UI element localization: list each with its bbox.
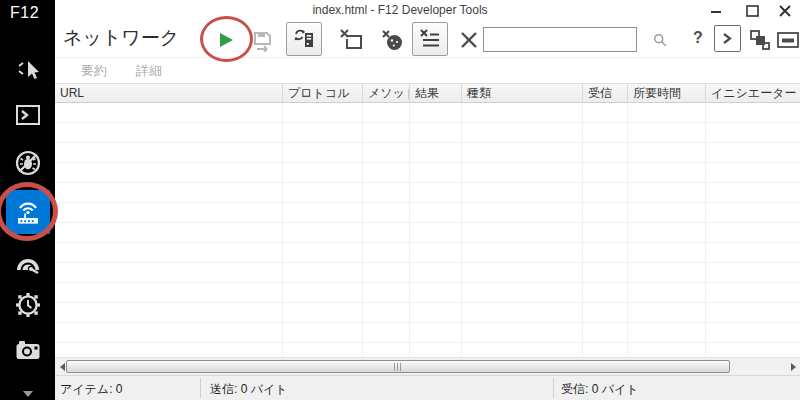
help-button[interactable]: ? (689, 25, 707, 51)
scrollbar-grip-icon (394, 363, 402, 371)
refresh-server-icon (293, 28, 315, 50)
sidebar-item-performance[interactable] (0, 243, 55, 287)
scrollbar-thumb[interactable] (66, 360, 730, 373)
gear-clock-icon (14, 291, 42, 319)
export-har-button[interactable] (250, 28, 276, 54)
close-icon (779, 5, 791, 17)
title-bar: index.html - F12 Developer Tools (55, 0, 800, 20)
save-icon (252, 30, 274, 52)
maximize-icon (746, 5, 759, 17)
close-button[interactable] (772, 3, 798, 19)
status-received: 受信: 0 バイト (561, 381, 639, 398)
sidebar: F12 (0, 0, 55, 400)
status-bar: アイテム: 0 送信: 0 バイト 受信: 0 バイト (55, 375, 800, 400)
sidebar-item-console[interactable] (0, 93, 55, 137)
panel-title: ネットワーク (63, 25, 179, 51)
minimize-icon (711, 6, 722, 17)
tab-summary[interactable]: 要約 (75, 61, 113, 81)
column-header[interactable]: 種類 (462, 84, 583, 102)
minimize-button[interactable] (703, 3, 729, 19)
clear-session-button[interactable] (338, 27, 364, 53)
search-input[interactable] (484, 28, 647, 51)
scroll-left-icon (60, 363, 65, 371)
clear-cookie-icon (381, 28, 405, 52)
sidebar-item-network[interactable] (6, 190, 50, 234)
clear-list-icon (418, 27, 442, 51)
unpin-button[interactable] (748, 28, 772, 52)
search-button[interactable] (647, 28, 673, 51)
tab-details[interactable]: 詳細 (130, 61, 168, 81)
unpin-icon (749, 29, 771, 51)
console-prompt-icon (721, 32, 734, 45)
sidebar-item-memory[interactable] (0, 283, 55, 327)
select-element-icon (15, 57, 41, 83)
clear-entries-button[interactable] (456, 27, 482, 53)
column-header[interactable]: URL (55, 84, 283, 102)
camera-icon (14, 337, 42, 363)
gauge-icon (14, 253, 42, 277)
status-items-count: アイテム: 0 (60, 381, 122, 398)
chevron-down-icon (22, 390, 34, 398)
always-refresh-toggle[interactable] (286, 22, 322, 56)
column-header[interactable]: 所要時間 (628, 84, 706, 102)
start-capture-button[interactable] (213, 27, 239, 53)
network-icon (13, 198, 43, 226)
network-table-body (55, 103, 800, 357)
devtools-content: index.html - F12 Developer Tools ネットワーク (55, 0, 800, 400)
dock-button[interactable] (776, 28, 800, 52)
console-panel-toggle[interactable] (714, 25, 741, 52)
sidebar-item-dom-explorer[interactable] (0, 48, 55, 92)
column-header[interactable]: メソッド (363, 84, 410, 102)
scroll-right-icon (791, 363, 796, 371)
sidebar-item-debugger[interactable] (0, 141, 55, 185)
horizontal-scrollbar[interactable] (55, 357, 800, 375)
search-icon (653, 32, 667, 48)
sidebar-item-emulation[interactable] (0, 328, 55, 372)
search-box (483, 27, 637, 52)
clear-window-icon (339, 28, 363, 52)
status-divider (200, 378, 201, 398)
clear-cookies-button[interactable] (380, 27, 406, 53)
status-sent: 送信: 0 バイト (210, 381, 288, 398)
console-icon (15, 103, 41, 127)
column-header[interactable]: 受信 (583, 84, 628, 102)
view-tabs: 要約 詳細 (55, 58, 800, 83)
clear-on-navigate-toggle[interactable] (412, 22, 448, 56)
play-icon (218, 32, 234, 48)
network-table-header: URL プロトコル メソッド 結果 種類 受信 所要時間 イニシエーター (55, 83, 800, 103)
column-header[interactable]: 結果 (410, 84, 462, 102)
column-header[interactable]: イニシエーター (706, 84, 800, 102)
f12-logo: F12 (10, 4, 39, 22)
status-divider (553, 378, 554, 398)
maximize-button[interactable] (739, 3, 765, 19)
column-header[interactable]: プロトコル (283, 84, 363, 102)
no-bug-icon (14, 149, 42, 177)
dock-bottom-icon (776, 30, 800, 50)
scroll-right-button[interactable] (786, 358, 800, 376)
window-title: index.html - F12 Developer Tools (145, 3, 655, 17)
sidebar-more-button[interactable] (0, 390, 55, 398)
network-toolbar: ネットワーク (55, 20, 800, 58)
clear-x-icon (460, 31, 478, 49)
f12-devtools-window: F12 (0, 0, 800, 400)
